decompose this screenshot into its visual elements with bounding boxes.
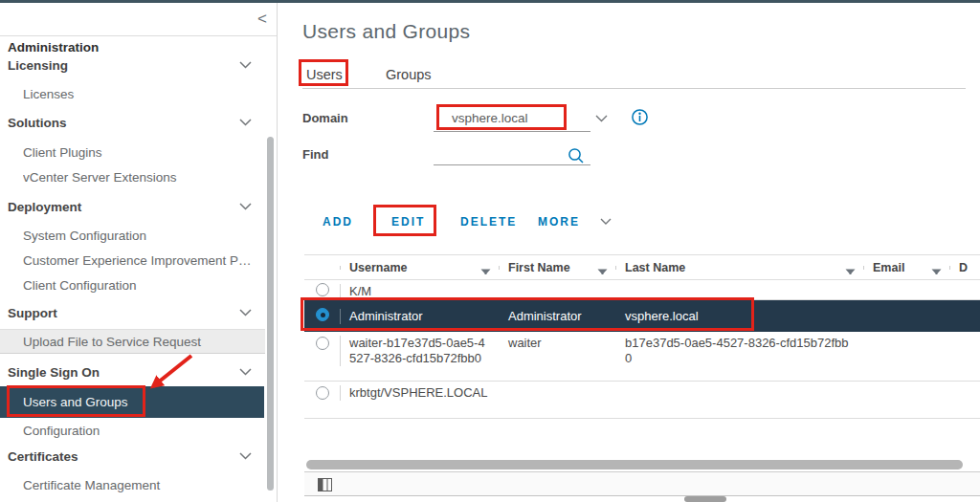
email-cell: [863, 332, 949, 339]
sidebar-item-system-configuration[interactable]: System Configuration: [23, 229, 259, 243]
edit-button[interactable]: EDIT: [391, 215, 425, 229]
column-header-last-name[interactable]: Last Name: [615, 261, 863, 274]
tabs-divider: [302, 88, 966, 89]
chevron-down-icon: [239, 61, 252, 69]
username-cell: Administrator: [340, 305, 499, 328]
first-name-cell: Administrator: [499, 305, 615, 328]
row-radio[interactable]: [316, 337, 329, 350]
username-cell: waiter-b17e37d5-0ae5-4527-8326-cfd15b72f…: [340, 332, 499, 370]
table-row[interactable]: waiter-b17e37d5-0ae5-4527-8326-cfd15b72f…: [304, 332, 980, 382]
first-name-cell: waiter: [499, 332, 615, 355]
admin-sidebar: < Administration Licensing Licenses Solu…: [0, 3, 278, 502]
filter-icon[interactable]: [845, 269, 856, 274]
sidebar-item-upload-file[interactable]: Upload File to Service Request: [0, 329, 265, 354]
row-radio-checked[interactable]: [316, 308, 329, 321]
sidebar-title: Administration: [8, 40, 99, 55]
sidebar-item-vcenter-server-extensions[interactable]: vCenter Server Extensions: [23, 170, 259, 185]
info-icon[interactable]: [631, 108, 649, 126]
column-header-email[interactable]: Email: [863, 261, 949, 274]
search-icon[interactable]: [568, 147, 585, 164]
table-row[interactable]: krbtgt/VSPHERE.LOCAL: [304, 382, 980, 419]
domain-select[interactable]: vsphere.local: [452, 111, 528, 125]
email-cell: [863, 313, 949, 320]
sidebar-item-customer-experience[interactable]: Customer Experience Improvement P…: [23, 253, 259, 268]
table-footer: [304, 471, 980, 496]
collapse-sidebar-icon[interactable]: <: [257, 8, 267, 31]
sidebar-group-single-sign-on[interactable]: Single Sign On: [8, 365, 257, 380]
first-name-cell: [499, 280, 615, 288]
more-button[interactable]: MORE: [538, 215, 580, 229]
column-header-first-name[interactable]: First Name: [499, 261, 615, 274]
sidebar-item-client-configuration[interactable]: Client Configuration: [23, 278, 259, 293]
filter-icon[interactable]: [931, 269, 942, 274]
sidebar-item-users-and-groups[interactable]: Users and Groups: [0, 386, 264, 418]
sidebar-item-certificate-management[interactable]: Certificate Management: [23, 478, 259, 492]
sidebar-group-solutions[interactable]: Solutions: [8, 116, 257, 130]
users-table: Username First Name Last Name Email D K/…: [304, 254, 980, 459]
chevron-down-icon: [239, 119, 252, 126]
table-row[interactable]: K/M: [304, 280, 980, 300]
last-name-cell: [615, 382, 863, 389]
column-header-username[interactable]: Username: [340, 261, 499, 274]
email-cell: [863, 382, 949, 389]
sidebar-item-configuration[interactable]: Configuration: [23, 424, 259, 438]
tab-groups[interactable]: Groups: [386, 67, 432, 82]
find-label: Find: [302, 147, 328, 162]
page-title: Users and Groups: [302, 20, 470, 43]
tab-users[interactable]: Users: [306, 67, 343, 82]
username-cell: krbtgt/VSPHERE.LOCAL: [340, 382, 499, 404]
row-radio[interactable]: [316, 283, 329, 296]
sidebar-scrollbar-thumb[interactable]: [267, 137, 274, 491]
table-header-row: Username First Name Last Name Email D: [304, 255, 980, 280]
row-radio[interactable]: [316, 386, 329, 400]
sidebar-item-licenses[interactable]: Licenses: [23, 87, 259, 101]
chevron-down-icon[interactable]: [595, 115, 608, 122]
table-horizontal-scrollbar-thumb[interactable]: [306, 460, 963, 469]
domain-label: Domain: [302, 111, 348, 125]
username-cell: K/M: [340, 280, 499, 303]
add-button[interactable]: ADD: [323, 215, 353, 229]
email-cell: [863, 280, 949, 288]
sidebar-group-licensing[interactable]: Licensing: [8, 58, 257, 73]
filter-icon[interactable]: [597, 269, 608, 274]
sidebar-group-support[interactable]: Support: [8, 306, 257, 320]
domain-underline: [434, 131, 590, 132]
sidebar-header: <: [0, 3, 277, 36]
filter-icon[interactable]: [480, 269, 491, 274]
page-scrollbar-thumb[interactable]: [684, 496, 726, 502]
delete-button[interactable]: DELETE: [460, 215, 517, 229]
first-name-cell: [499, 382, 615, 389]
sidebar-group-deployment[interactable]: Deployment: [8, 200, 257, 214]
chevron-down-icon: [239, 309, 252, 316]
last-name-cell: vsphere.local: [615, 305, 863, 328]
sidebar-item-client-plugins[interactable]: Client Plugins: [23, 145, 259, 160]
last-name-cell: b17e37d5-0ae5-4527-8326-cfd15b72fbb0: [615, 332, 863, 370]
chevron-down-icon[interactable]: [600, 218, 612, 225]
sidebar-group-certificates[interactable]: Certificates: [8, 449, 257, 464]
last-name-cell: [615, 280, 863, 288]
chevron-down-icon: [239, 452, 252, 460]
table-row-selected[interactable]: Administrator Administrator vsphere.loca…: [304, 300, 980, 332]
table-empty-space: [304, 419, 980, 459]
column-header-description[interactable]: D: [949, 261, 980, 274]
chevron-down-icon: [239, 368, 252, 376]
column-selector-icon[interactable]: [318, 478, 332, 491]
chevron-down-icon: [239, 203, 252, 210]
